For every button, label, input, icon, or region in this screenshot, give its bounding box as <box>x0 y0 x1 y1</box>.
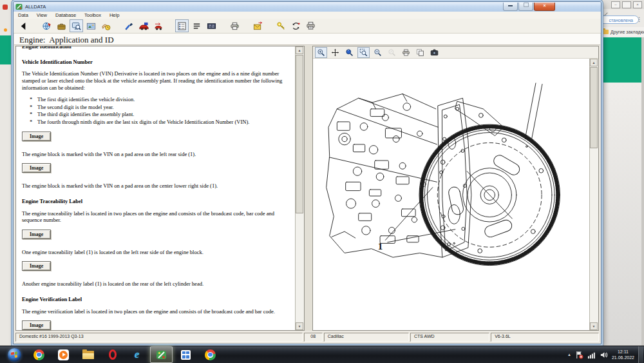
text-list-icon[interactable] <box>190 19 204 32</box>
zoom-in-icon[interactable] <box>315 47 327 58</box>
printer-icon[interactable] <box>228 19 242 32</box>
image-viewer-panel: 1 ▲ ▼ <box>312 46 599 331</box>
zoom-out-icon[interactable] <box>372 47 384 58</box>
menu-help[interactable]: Help <box>109 12 119 18</box>
scroll-down-icon[interactable]: ▼ <box>590 322 598 330</box>
taskbar-item-ie[interactable]: e <box>126 346 148 363</box>
tray-time: 12:11 <box>612 349 634 355</box>
image-button[interactable]: Image <box>22 163 51 173</box>
windows-app-icon <box>181 350 191 360</box>
key-icon[interactable] <box>274 19 288 32</box>
world-history-icon[interactable] <box>40 19 53 32</box>
bullet-list: The first digit identifies the vehicle d… <box>22 96 290 126</box>
bullet-item: The fourth through ninth digits are the … <box>37 119 290 126</box>
print-image-icon[interactable] <box>400 47 412 58</box>
bookmarks-folder-icon <box>603 30 609 34</box>
paragraph: The engine block is marked with the VIN … <box>22 182 290 190</box>
copy-image-icon[interactable] <box>414 47 426 58</box>
taskbar-item-explorer[interactable] <box>77 346 99 363</box>
pan-icon[interactable] <box>329 47 341 58</box>
image-viewer-toolbar <box>313 46 598 59</box>
maximize-button[interactable] <box>518 3 533 11</box>
close-button[interactable]: × <box>534 3 555 11</box>
webpage-body <box>600 83 644 346</box>
scroll-down-icon[interactable]: ▼ <box>296 322 303 330</box>
taskbar-item-chrome[interactable] <box>28 346 50 363</box>
other-bookmarks-label[interactable]: Другие закладки <box>611 30 644 34</box>
action-center-flag-icon[interactable] <box>575 351 583 359</box>
network-icon[interactable] <box>587 351 596 359</box>
search-computer-icon[interactable] <box>70 19 83 32</box>
article-content: Engine IdentificationVehicle Identificat… <box>16 46 295 330</box>
window-controls: × <box>503 3 599 11</box>
bullet-item: The first digit identifies the vehicle d… <box>37 96 290 103</box>
taskbar-item-alldata[interactable] <box>150 346 173 363</box>
image-scrollbar[interactable]: ▲ ▼ <box>589 59 598 330</box>
paint-tool-icon[interactable] <box>122 19 136 32</box>
status-cell: 08 <box>304 333 323 342</box>
image-button[interactable]: Image <box>22 320 51 330</box>
scroll-thumb[interactable] <box>296 55 303 213</box>
show-desktop-button[interactable] <box>638 346 643 363</box>
image-button[interactable]: Image <box>22 261 51 271</box>
alldata-logo-icon <box>15 3 23 10</box>
browser-scrollbar[interactable] <box>641 37 644 346</box>
media-player-icon <box>58 349 69 360</box>
opera-icon <box>109 349 117 360</box>
bullet-item: The second digit is the model year. <box>37 104 290 111</box>
taskbar-clock[interactable]: 12:11 21.06.2022 <box>612 349 634 360</box>
print-setup-icon[interactable] <box>304 19 317 32</box>
tab-favicon <box>3 5 8 10</box>
scroll-thumb[interactable] <box>590 67 598 148</box>
zoom-dynamic-icon[interactable] <box>343 47 355 58</box>
section-heading: Engine Verification Label <box>22 296 290 303</box>
car-transfer-icon[interactable] <box>152 19 166 32</box>
status-cell: V6-3.6L <box>491 333 599 342</box>
refresh-help-icon[interactable] <box>289 19 303 32</box>
taskbar-item-opera[interactable] <box>101 346 124 363</box>
bookmarks-bar[interactable]: Другие закладки <box>600 27 644 37</box>
specs-panel-icon[interactable] <box>205 19 218 32</box>
chrome-icon <box>33 349 44 360</box>
article-scrollbar[interactable]: ▲ ▼ <box>295 46 304 330</box>
back-icon[interactable] <box>17 19 30 32</box>
form-view-icon[interactable] <box>175 19 189 32</box>
sync-paused-pill[interactable]: становлена <box>600 15 639 24</box>
taskbar-item-media-player[interactable] <box>52 346 75 363</box>
zoom-window-icon[interactable] <box>357 47 370 58</box>
section-heading: Engine Identification <box>22 46 290 50</box>
status-cell: Cadillac <box>324 333 409 342</box>
taskbar-item-start[interactable] <box>3 346 26 363</box>
speaker-icon[interactable] <box>600 351 608 359</box>
menu-toolbox[interactable]: Toolbox <box>84 12 101 18</box>
hand-clock-icon[interactable] <box>99 19 113 32</box>
internet-explorer-icon: e <box>135 348 140 361</box>
image-card-icon[interactable] <box>84 19 98 32</box>
taskbar-item-chrome-2[interactable] <box>199 346 222 363</box>
menu-view[interactable]: View <box>37 12 47 18</box>
browser-menu-icon[interactable]: ⋮ <box>636 17 642 23</box>
mail-send-icon[interactable] <box>251 19 265 32</box>
webpage-green-band <box>0 35 13 64</box>
engine-diagram: 1 <box>322 65 562 314</box>
content-panels: Engine IdentificationVehicle Identificat… <box>15 46 599 331</box>
paragraph: The engine verification label is located… <box>22 308 290 315</box>
menu-database[interactable]: Database <box>55 12 76 18</box>
image-settings-icon[interactable] <box>428 47 440 58</box>
image-button[interactable]: Image <box>22 230 51 239</box>
car-red-icon[interactable] <box>137 19 151 32</box>
image-viewer-canvas[interactable]: 1 <box>313 59 589 330</box>
minimize-button[interactable] <box>503 3 518 11</box>
taskbar: e ▲ 12:11 21.06.2022 <box>0 346 644 363</box>
section-heading: Engine Traceability Label <box>22 198 290 205</box>
webpage-green-header <box>600 37 644 83</box>
browser-window-controls[interactable]: –× <box>611 1 642 8</box>
scroll-up-icon[interactable]: ▲ <box>296 46 303 54</box>
image-button[interactable]: Image <box>22 132 51 141</box>
hidden-icons-icon[interactable]: ▲ <box>567 353 571 357</box>
briefcase-icon[interactable] <box>55 19 68 32</box>
title-bar[interactable]: ALLDATA × <box>14 2 601 12</box>
menu-data[interactable]: Data <box>18 12 28 18</box>
taskbar-item-windows-app[interactable] <box>175 346 197 363</box>
scroll-up-icon[interactable]: ▲ <box>590 59 598 66</box>
